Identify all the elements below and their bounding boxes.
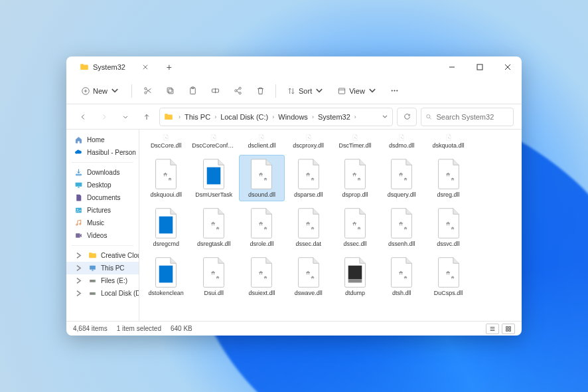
back-button[interactable] [74,108,92,126]
chevron-down-icon [315,86,324,96]
cut-button[interactable] [137,81,157,101]
sidebar-item-thispc[interactable]: This PC [66,262,139,274]
breadcrumb-chevron[interactable]: › [271,114,275,120]
file-item[interactable]: dsrole.dll [239,204,284,250]
file-item[interactable]: dssvc.dll [425,204,471,250]
minimize-button[interactable] [438,56,466,78]
address-bar[interactable]: › This PC › Local Disk (C:) › Windows › … [159,108,393,126]
details-view-button[interactable] [486,324,499,334]
svg-rect-12 [339,88,345,93]
navigation-bar: › This PC › Local Disk (C:) › Windows › … [66,104,522,130]
svg-point-54 [212,223,214,225]
file-item[interactable]: DscCore.dll [143,131,188,152]
new-button[interactable]: New [74,84,126,98]
dll-file-icon [151,158,181,190]
close-tab-icon[interactable] [143,64,148,70]
svg-point-77 [447,272,449,274]
rename-button[interactable] [205,81,225,101]
sidebar-item-localdiskd[interactable]: Local Disk (D:) [66,287,139,300]
file-item[interactable]: dtdump [332,253,378,300]
breadcrumb-chevron[interactable]: › [311,114,315,120]
sidebar-item-desktop[interactable]: Desktop [66,179,139,191]
copy-button[interactable] [160,81,180,101]
search-box[interactable] [421,108,514,126]
file-item[interactable]: dsregtask.dll [190,204,238,250]
file-item[interactable]: DscCoreConfProv.dll [190,131,238,152]
file-item[interactable]: dsound.dll [239,155,284,201]
search-input[interactable] [436,113,509,121]
file-grid[interactable]: DscCore.dllDscCoreConfProv.dlldsclient.d… [139,130,522,321]
up-button[interactable] [138,108,155,126]
sidebar-item-pictures[interactable]: Pictures [66,204,139,217]
maximize-button[interactable] [466,56,494,78]
file-item[interactable]: DsmUserTask [190,155,238,201]
sidebar-item-label: Home [87,136,105,144]
breadcrumb-system32[interactable]: System32 [317,112,352,122]
file-item[interactable]: DscTimer.dll [332,131,378,152]
sidebar-item-documents[interactable]: Documents [66,191,139,204]
file-item[interactable]: dsquery.dll [379,155,424,201]
file-item[interactable]: dsparse.dll [286,155,331,201]
breadcrumb-chevron[interactable]: › [213,114,218,120]
file-item[interactable]: dswave.dll [286,253,331,300]
file-item[interactable]: DuCsps.dll [425,253,471,300]
breadcrumb-chevron[interactable]: › [177,114,182,120]
sidebar-item-music[interactable]: Music [66,217,139,229]
folder-icon [88,251,97,260]
sidebar-item-onedrive[interactable]: Hasibul - Person [66,146,139,159]
file-item[interactable]: dsdmo.dll [379,131,424,152]
file-item[interactable]: dsuiext.dll [239,253,284,300]
view-button[interactable]: View [332,84,382,98]
sidebar-item-home[interactable]: Home [66,134,139,146]
home-icon [74,136,83,144]
file-item[interactable]: dsprop.dll [332,155,378,201]
breadcrumb-thispc[interactable]: This PC [183,112,212,122]
sidebar-item-videos[interactable]: Videos [66,229,139,242]
list-icon [489,326,496,332]
close-window-button[interactable] [494,56,522,78]
refresh-button[interactable] [397,108,417,126]
file-item[interactable]: Dsui.dll [190,253,238,300]
svg-rect-21 [90,266,96,270]
paste-button[interactable] [183,81,202,101]
more-button[interactable] [385,81,405,101]
sidebar-item-creativecloud[interactable]: Creative Cloud F [66,249,139,262]
file-label: dsdmo.dll [389,142,415,149]
chevron-down-icon[interactable] [382,114,388,120]
recent-button[interactable] [117,108,134,126]
icons-view-button[interactable] [502,324,515,334]
svg-point-57 [265,229,267,230]
sidebar-item-filese[interactable]: Files (E:) [66,274,139,287]
file-item[interactable]: dtsh.dll [379,253,424,300]
file-item[interactable]: dskquoui.dll [143,155,188,201]
file-label: dssenh.dll [388,241,415,247]
file-item[interactable]: dssec.dll [332,204,378,250]
chevron-down-icon [368,86,377,96]
refresh-icon [403,112,411,121]
breadcrumb-chevron[interactable]: › [353,114,358,120]
new-tab-button[interactable]: + [161,59,177,75]
download-icon [74,168,83,177]
file-item[interactable]: dsclient.dll [239,131,284,152]
file-item[interactable]: dstokenclean [143,253,188,300]
svg-point-16 [427,114,430,118]
file-item[interactable]: dscproxy.dll [286,131,331,152]
tab-system32[interactable]: System32 [72,58,156,76]
sidebar-item-downloads[interactable]: Downloads [66,166,139,179]
breadcrumb-windows[interactable]: Windows [277,112,309,122]
file-label: DscCore.dll [151,142,182,149]
file-item[interactable]: dskquota.dll [425,131,471,152]
breadcrumb-localdisk[interactable]: Local Disk (C:) [219,112,269,122]
delete-button[interactable] [250,81,270,101]
svg-point-55 [217,229,218,230]
file-item[interactable]: dssenh.dll [379,204,424,250]
share-button[interactable] [228,81,248,101]
copy-icon [165,86,175,96]
titlebar[interactable]: System32 + [66,56,522,78]
svg-point-58 [307,223,309,225]
file-item[interactable]: dsreg.dll [425,155,471,201]
file-item[interactable]: dsregcmd [143,204,188,250]
file-item[interactable]: dssec.dat [286,204,331,250]
sort-button[interactable]: Sort [281,84,329,98]
forward-button[interactable] [96,108,113,126]
